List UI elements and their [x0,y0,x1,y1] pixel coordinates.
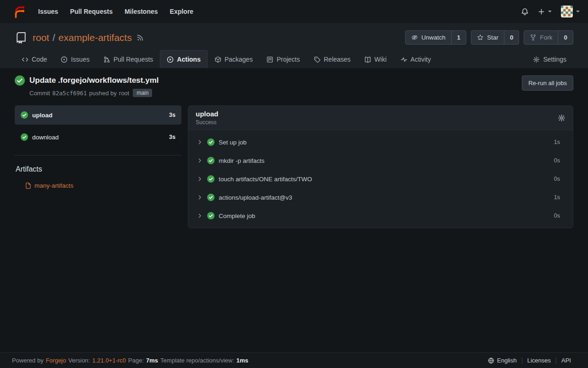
tab-wiki[interactable]: Wiki [357,50,393,68]
forgejo-link[interactable]: Forgejo [46,357,66,364]
watchers-count[interactable]: 1 [451,31,466,44]
chevron-right-icon [197,157,203,164]
unwatch-button[interactable]: Unwatch [406,31,451,44]
step-duration: 0s [554,176,560,182]
run-title-block: Update .forgejo/workflows/test.yml Commi… [15,75,159,97]
tab-projects[interactable]: Projects [260,50,307,68]
fork-icon [530,34,537,41]
tab-settings[interactable]: Settings [526,50,573,68]
top-navbar: Issues Pull Requests Milestones Explore [0,0,588,23]
actions-run-view: Update .forgejo/workflows/test.yml Commi… [0,68,588,352]
rss-button[interactable] [136,34,144,41]
step-label: Complete job [219,213,255,219]
issue-icon [61,56,68,63]
page-time-label: Page: [128,357,144,364]
artifacts-heading: Artifacts [16,165,181,173]
book-icon [364,56,371,63]
divider [15,155,181,155]
step-duration: 1s [554,139,560,145]
forgejo-logo-icon [11,4,26,19]
tab-label: Code [32,56,47,63]
plus-icon [538,8,545,15]
gear-icon [558,114,565,122]
job-detail-status: Success [196,119,218,126]
rss-icon [136,34,144,41]
nav-pull-requests[interactable]: Pull Requests [64,4,119,19]
watch-button-group: Unwatch 1 [405,30,466,45]
repo-owner-link[interactable]: root [33,32,49,43]
create-menu-button[interactable] [538,8,552,15]
job-name: download [32,134,59,141]
tab-label: Settings [543,56,566,63]
gear-icon [533,56,540,63]
step-label: Set up job [219,139,247,146]
version-link[interactable]: 1.21.0+1-rc0 [92,357,126,364]
language-selector[interactable]: English [483,357,522,364]
eye-off-icon [411,34,418,41]
rerun-all-jobs-button[interactable]: Re-run all jobs [522,75,573,91]
tab-label: Activity [411,56,431,63]
step-label: mkdir -p artifacts [219,157,265,164]
job-duration: 3s [169,112,175,118]
fork-button[interactable]: Fork [524,31,558,44]
tab-pull-requests[interactable]: Pull Requests [96,50,160,68]
footer-left: Powered by Forgejo Version: 1.21.0+1-rc0… [12,357,249,364]
forgejo-logo[interactable] [11,4,26,19]
version-label: Version: [68,357,90,364]
pushed-by-label: pushed by [89,90,117,97]
check-circle-icon [21,133,28,141]
repo-title-row: root / example-artifacts Unwatch 1 Star … [15,30,573,45]
commit-sha-link[interactable]: 82a5cf6961 [52,90,87,97]
chevron-right-icon [197,194,203,201]
check-circle-icon [207,157,215,164]
user-menu-button[interactable] [561,6,580,17]
star-button-group: Star 0 [471,30,519,45]
job-detail-header: upload Success [188,106,573,130]
artifact-link-many-artifacts[interactable]: many-artifacts [25,182,181,189]
step-row[interactable]: actions/upload-artifact@v3 1s [188,188,573,207]
chevron-right-icon [197,213,203,219]
step-row[interactable]: mkdir -p artifacts 0s [188,151,573,170]
step-row[interactable]: touch artifacts/ONE artifacts/TWO 0s [188,170,573,188]
repo-breadcrumb: root / example-artifacts [33,32,132,43]
api-link[interactable]: API [556,357,576,364]
forks-count[interactable]: 0 [558,31,573,44]
author-link[interactable]: root [119,90,129,97]
job-detail-title: upload [196,110,218,118]
check-circle-icon [207,194,215,201]
tab-issues[interactable]: Issues [54,50,96,68]
tab-label: Projects [277,56,300,63]
step-duration: 0s [554,157,560,164]
commit-line: Commit 82a5cf6961 pushed by root main [29,89,159,97]
step-label: touch artifacts/ONE artifacts/TWO [219,176,312,183]
branch-badge[interactable]: main [133,89,152,97]
file-icon [25,182,32,189]
step-label: actions/upload-artifact@v3 [219,194,292,201]
step-row[interactable]: Complete job 0s [188,207,573,225]
repo-icon [15,31,28,44]
nav-issues[interactable]: Issues [32,4,64,19]
notifications-button[interactable] [521,8,529,16]
tab-label: Wiki [374,56,386,63]
job-options-button[interactable] [558,114,565,122]
tab-actions[interactable]: Actions [160,50,207,68]
repo-name-link[interactable]: example-artifacts [58,32,132,43]
job-row-download[interactable]: download 3s [15,127,181,147]
job-name: upload [32,112,52,119]
stars-count[interactable]: 0 [504,31,519,44]
step-duration: 0s [554,213,560,219]
tag-icon [314,56,321,63]
tab-activity[interactable]: Activity [394,50,438,68]
navbar-right [521,6,580,17]
licenses-link[interactable]: Licenses [522,357,556,364]
check-circle-icon [21,111,28,119]
tab-code[interactable]: Code [15,50,54,68]
tab-packages[interactable]: Packages [208,50,260,68]
repo-tabs: Code Issues Pull Requests Actions Packag… [15,50,573,68]
job-row-upload[interactable]: upload 3s [15,105,181,125]
nav-milestones[interactable]: Milestones [119,4,164,19]
step-row[interactable]: Set up job 1s [188,133,573,151]
nav-explore[interactable]: Explore [164,4,199,19]
tab-releases[interactable]: Releases [307,50,357,68]
star-button[interactable]: Star [471,31,504,44]
